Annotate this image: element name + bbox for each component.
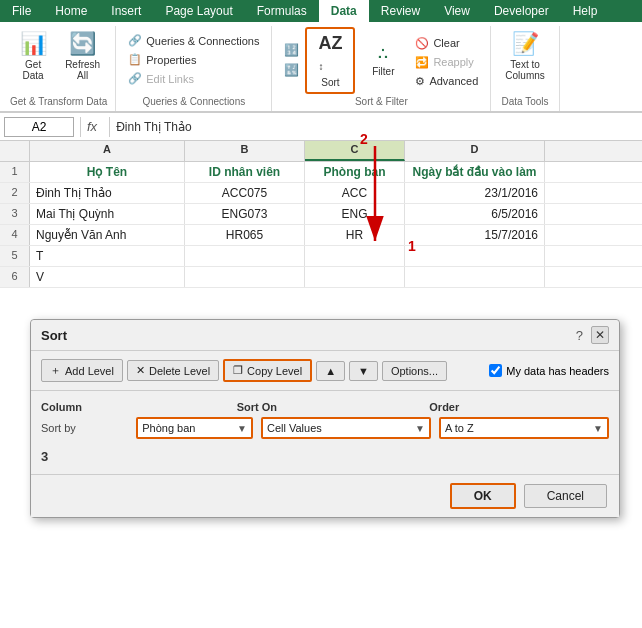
column-select-arrow: ▼ <box>237 423 247 434</box>
edit-links-button[interactable]: 🔗 Edit Links <box>124 70 263 87</box>
get-data-button[interactable]: 📊 Get Data <box>11 26 55 86</box>
filter-button[interactable]: ⛬ Filter <box>361 30 405 90</box>
ribbon-group-sort-filter: 🔢 🔣 AZ↕ Sort <box>272 26 491 111</box>
queries-connections-button[interactable]: 🔗 Queries & Connections <box>124 32 263 49</box>
move-down-icon: ▼ <box>358 365 369 377</box>
get-data-label: Get Data <box>23 59 44 81</box>
annotation-3: 3 <box>41 449 48 464</box>
copy-level-label: Copy Level <box>247 365 302 377</box>
sort-on-value: Cell Values <box>267 422 322 434</box>
advanced-icon: ⚙ <box>415 75 425 88</box>
my-data-headers-label: My data has headers <box>506 365 609 377</box>
sort-on-arrow: ▼ <box>415 423 425 434</box>
my-data-headers-area: My data has headers <box>489 364 609 377</box>
formula-bar-divider2 <box>109 117 110 137</box>
formula-bar-divider <box>80 117 81 137</box>
dialog-question-mark: ? <box>576 328 583 343</box>
properties-icon: 📋 <box>128 53 142 66</box>
ribbon-tab-bar: File Home Insert Page Layout Formulas Da… <box>0 0 642 22</box>
tab-review[interactable]: Review <box>369 0 432 22</box>
sort-row: Sort by Phòng ban ▼ Cell Values ▼ A to Z… <box>41 417 609 439</box>
tab-page-layout[interactable]: Page Layout <box>153 0 244 22</box>
sort-asc-icon: 🔢 <box>284 43 299 57</box>
delete-level-label: Delete Level <box>149 365 210 377</box>
column-header-label: Column <box>41 401 131 413</box>
get-data-icon: 📊 <box>20 31 47 57</box>
queries-icon: 🔗 <box>128 34 142 47</box>
tab-home[interactable]: Home <box>43 0 99 22</box>
order-arrow: ▼ <box>593 423 603 434</box>
edit-links-icon: 🔗 <box>128 72 142 85</box>
tab-developer[interactable]: Developer <box>482 0 561 22</box>
filter-icon: ⛬ <box>374 43 392 64</box>
text-to-columns-button[interactable]: 📝 Text to Columns <box>499 26 550 86</box>
column-select[interactable]: Phòng ban ▼ <box>136 417 253 439</box>
order-value: A to Z <box>445 422 474 434</box>
delete-level-button[interactable]: ✕ Delete Level <box>127 360 219 381</box>
group-label-sort-filter: Sort & Filter <box>355 94 408 111</box>
group-label-get-transform: Get & Transform Data <box>10 94 107 111</box>
dialog-toolbar: ＋ Add Level ✕ Delete Level ❐ Copy Level … <box>31 351 619 391</box>
tab-formulas[interactable]: Formulas <box>245 0 319 22</box>
order-header-label: Order <box>429 401 609 413</box>
tab-data[interactable]: Data <box>319 0 369 22</box>
sort-az-icon: AZ↕ <box>318 33 342 75</box>
ribbon-group-get-transform: 📊 Get Data 🔄 Refresh All Get & Transform… <box>2 26 116 111</box>
sort-desc-icon: 🔣 <box>284 63 299 77</box>
tab-view[interactable]: View <box>432 0 482 22</box>
tab-file[interactable]: File <box>0 0 43 22</box>
group-label-data-tools: Data Tools <box>502 94 549 111</box>
reapply-button[interactable]: 🔁 Reapply <box>411 54 482 71</box>
move-up-button[interactable]: ▲ <box>316 361 345 381</box>
options-button[interactable]: Options... <box>382 361 447 381</box>
ribbon-group-data-tools: 📝 Text to Columns Data Tools <box>491 26 559 111</box>
fx-label: fx <box>87 119 97 134</box>
ok-button[interactable]: OK <box>450 483 516 509</box>
column-select-value: Phòng ban <box>142 422 195 434</box>
options-label: Options... <box>391 365 438 377</box>
add-level-icon: ＋ <box>50 363 61 378</box>
filter-label: Filter <box>372 66 394 77</box>
ribbon-body: 📊 Get Data 🔄 Refresh All Get & Transform… <box>0 22 642 112</box>
advanced-button[interactable]: ⚙ Advanced <box>411 73 482 90</box>
delete-level-icon: ✕ <box>136 364 145 377</box>
refresh-label: Refresh All <box>65 59 100 81</box>
dialog-body: Column Sort On Order Sort by Phòng ban ▼… <box>31 391 619 474</box>
group-label-queries: Queries & Connections <box>142 94 245 111</box>
reapply-icon: 🔁 <box>415 56 429 69</box>
sort-on-select[interactable]: Cell Values ▼ <box>261 417 431 439</box>
order-select[interactable]: A to Z ▼ <box>439 417 609 439</box>
my-data-headers-checkbox[interactable] <box>489 364 502 377</box>
sort-button-label: Sort <box>321 77 339 88</box>
formula-value: Đinh Thị Thảo <box>116 120 192 134</box>
sort-button[interactable]: AZ↕ Sort <box>305 27 355 94</box>
refresh-icon: 🔄 <box>69 31 96 57</box>
clear-icon: 🚫 <box>415 37 429 50</box>
copy-level-button[interactable]: ❐ Copy Level <box>223 359 312 382</box>
sort-descending-button[interactable]: 🔣 <box>280 61 303 79</box>
refresh-all-button[interactable]: 🔄 Refresh All <box>59 26 106 86</box>
tab-insert[interactable]: Insert <box>99 0 153 22</box>
add-level-label: Add Level <box>65 365 114 377</box>
add-level-button[interactable]: ＋ Add Level <box>41 359 123 382</box>
move-down-button[interactable]: ▼ <box>349 361 378 381</box>
formula-bar: fx Đinh Thị Thảo <box>0 113 642 141</box>
tab-help[interactable]: Help <box>561 0 610 22</box>
sort-dialog: Sort ? ✕ ＋ Add Level ✕ Delete Level ❐ <box>30 319 620 518</box>
move-up-icon: ▲ <box>325 365 336 377</box>
clear-button[interactable]: 🚫 Clear <box>411 35 482 52</box>
sort-on-header-label: Sort On <box>237 401 422 413</box>
cancel-button[interactable]: Cancel <box>524 484 607 508</box>
properties-button[interactable]: 📋 Properties <box>124 51 263 68</box>
dialog-close-button[interactable]: ✕ <box>591 326 609 344</box>
sort-ascending-button[interactable]: 🔢 <box>280 41 303 59</box>
dialog-title: Sort <box>41 328 67 343</box>
text-to-columns-label: Text to Columns <box>505 59 544 81</box>
sort-by-label: Sort by <box>41 422 128 434</box>
spreadsheet: 1 2 A B C D 1 Họ Tên ID nhân viên Phòng … <box>0 141 642 288</box>
name-box[interactable] <box>4 117 74 137</box>
copy-level-icon: ❐ <box>233 364 243 377</box>
ribbon-group-queries: 🔗 Queries & Connections 📋 Properties 🔗 E… <box>116 26 272 111</box>
dialog-footer: OK Cancel <box>31 474 619 517</box>
dialog-title-bar: Sort ? ✕ <box>31 320 619 351</box>
